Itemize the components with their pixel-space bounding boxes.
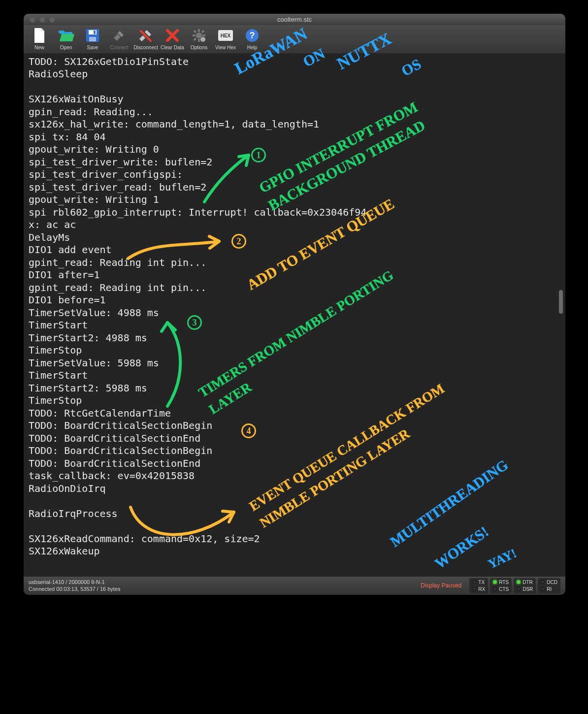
led-cts [493,587,497,591]
led-tx [472,580,476,584]
svg-line-11 [202,31,204,32]
zoom-window-button[interactable] [49,17,55,23]
terminal-line: TimerStop [29,344,560,357]
clear-label: Clear Data [161,45,184,50]
terminal-line: TODO: BoardCriticalSectionEnd [29,457,560,470]
terminal-line: TimerStart2: 5988 ms [29,382,560,395]
options-label: Options [191,45,207,50]
led-dtr [517,580,521,584]
scrollbar[interactable] [557,54,564,576]
open-label: Open [60,45,72,50]
led-rts [493,580,497,584]
gear-icon [191,27,207,44]
x-clear-icon [164,27,181,44]
save-button[interactable]: Save [80,27,105,50]
help-icon: ? [244,27,261,44]
terminal-line: TimerSetValue: 5988 ms [29,357,560,370]
terminal-line [29,520,560,533]
terminal-line: TODO: BoardCriticalSectionBegin [29,420,560,432]
rts-label: RTS [499,580,509,585]
dtr-label: DTR [523,580,533,585]
connect-label: Connect [110,45,128,50]
led-rx [472,587,476,591]
save-label: Save [87,45,98,50]
dcd-label: DCD [547,580,557,585]
dsr-label: DSR [523,586,533,592]
terminal-line: RadioIrqProcess [29,508,560,520]
svg-text:?: ? [250,31,255,40]
toolbar: New Open Save Connect Disconnect [24,25,565,54]
close-window-button[interactable] [30,17,35,23]
terminal-line: gpout_write: Writing 1 [29,194,560,206]
terminal-output[interactable]: TODO: SX126xGetDio1PinStateRadioSleep SX… [24,54,565,576]
terminal-line: x: ac ac [29,219,560,231]
svg-point-13 [200,37,205,42]
terminal-line: TimerStart [29,369,560,382]
display-paused-label: Display Paused [421,582,461,589]
terminal-line: spi rbl602_gpio_interrupt: Interrupt! ca… [29,206,560,219]
terminal-line: spi_test_driver_read: buflen=2 [29,181,560,194]
svg-point-4 [196,32,202,38]
port-config: usbserial-1410 / 2000000 8-N-1 [29,579,121,585]
window-controls [24,17,55,23]
terminal-line [29,81,560,94]
svg-rect-2 [89,37,96,41]
terminal-line: TimerSetValue: 4988 ms [29,307,560,320]
help-button[interactable]: ? Help [239,27,265,50]
terminal-line: SX126xWaitOnBusy [29,93,560,106]
terminal-line: gpint_read: Reading int pin... [29,282,560,294]
svg-line-9 [194,31,196,32]
hex-icon: HEX [217,27,234,44]
folder-open-icon [58,27,74,44]
connection-stats: Connected 00:03:13, 53537 / 16 bytes [29,585,121,592]
new-label: New [34,45,44,50]
disconnect-button[interactable]: Disconnect [133,27,159,50]
svg-line-12 [194,38,196,40]
terminal-line: TimerStart2: 4988 ms [29,332,560,345]
terminal-line: RadioSleep [29,68,560,81]
floppy-disk-icon [84,27,101,44]
terminal-line: RadioOnDioIrq [29,483,560,495]
plug-disconnect-icon [137,27,154,44]
ri-label: RI [547,586,552,592]
terminal-line: TODO: BoardCriticalSectionBegin [29,445,560,457]
serial-leds: TX RX RTS CTS DTR DSR DCD RI [469,578,560,593]
rx-label: RX [478,586,485,592]
viewhex-label: View Hex [215,45,236,50]
open-button[interactable]: Open [53,27,79,50]
view-hex-button[interactable]: HEX View Hex [213,27,238,50]
terminal-line: TODO: BoardCriticalSectionEnd [29,432,560,445]
new-button[interactable]: New [27,27,52,50]
app-window: coolterm.stc New Open Save Connect [24,14,565,595]
clear-data-button[interactable]: Clear Data [160,27,185,50]
window-title: coolterm.stc [24,16,565,23]
disconnect-label: Disconnect [133,45,158,50]
terminal-line: TimerStop [29,394,560,407]
led-dsr [517,587,521,591]
terminal-line: spi tx: 84 04 [29,131,560,144]
tx-label: TX [478,580,485,585]
terminal-line: spi_test_driver_write: buflen=2 [29,156,560,169]
svg-rect-3 [94,31,96,34]
connect-button[interactable]: Connect [106,27,132,50]
options-button[interactable]: Options [186,27,212,50]
titlebar: coolterm.stc [24,14,565,25]
status-bar: usbserial-1410 / 2000000 8-N-1 Connected… [24,576,565,595]
terminal-line: gpint_read: Reading int pin... [29,257,560,269]
connection-info: usbserial-1410 / 2000000 8-N-1 Connected… [29,579,121,592]
new-file-icon [31,27,48,44]
plug-connect-icon [111,27,128,44]
help-label: Help [247,45,258,50]
led-dcd [541,580,545,584]
scrollbar-thumb[interactable] [559,290,563,314]
terminal-line: TODO: SX126xGetDio1PinState [29,56,560,68]
terminal-line: spi_test_driver_configspi: [29,168,560,181]
minimize-window-button[interactable] [39,17,45,23]
terminal-line: gpin_read: Reading... [29,106,560,119]
terminal-line: sx126x_hal_write: command_length=1, data… [29,118,560,131]
terminal-line: DelayMs [29,231,560,244]
terminal-line: TODO: RtcGetCalendarTime [29,407,560,420]
terminal-line: gpout_write: Writing 0 [29,143,560,156]
terminal-line: SX126xReadCommand: command=0x12, size=2 [29,533,560,546]
terminal-line: TimerStart [29,319,560,332]
